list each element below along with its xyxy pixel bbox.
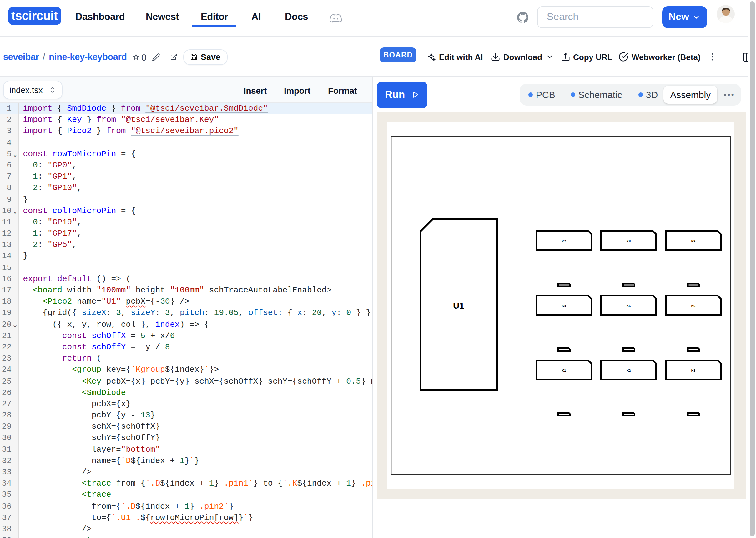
svg-text:K6: K6 [691, 304, 696, 308]
svg-text:K2: K2 [626, 369, 631, 372]
svg-text:K4: K4 [562, 304, 566, 308]
svg-text:K1: K1 [562, 369, 566, 372]
svg-text:K9: K9 [691, 239, 696, 243]
svg-text:K5: K5 [626, 304, 631, 308]
svg-text:K7: K7 [562, 239, 566, 243]
svg-text:U1: U1 [453, 301, 464, 310]
svg-text:K8: K8 [626, 239, 631, 243]
svg-text:K3: K3 [691, 369, 696, 372]
